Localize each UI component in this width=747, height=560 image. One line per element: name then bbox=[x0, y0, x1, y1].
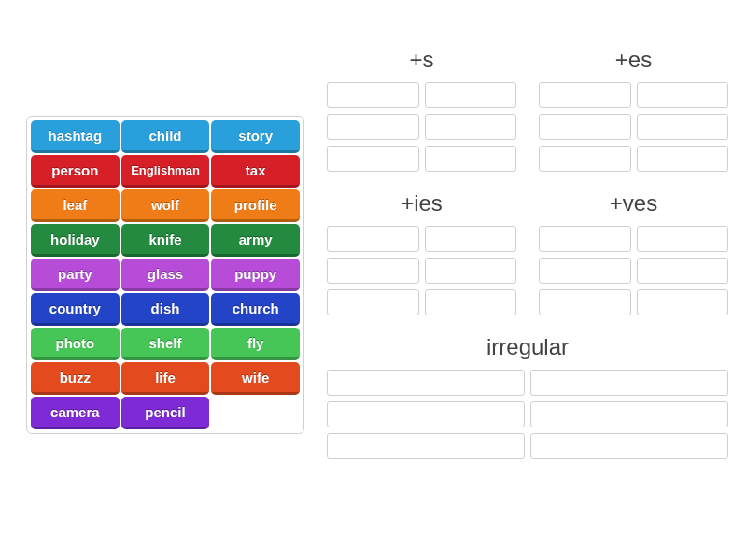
group-row-1: +s +es bbox=[327, 47, 728, 172]
drop-slot[interactable] bbox=[637, 146, 729, 172]
drop-slot[interactable] bbox=[327, 226, 419, 252]
drop-slot[interactable] bbox=[637, 258, 729, 284]
drop-slot[interactable] bbox=[637, 226, 729, 252]
group-title-ves: +ves bbox=[539, 190, 728, 217]
drop-slot[interactable] bbox=[539, 114, 631, 140]
drop-slot[interactable] bbox=[539, 226, 631, 252]
drop-slot[interactable] bbox=[425, 258, 517, 284]
word-tile[interactable]: hashtag bbox=[31, 120, 120, 153]
word-tile[interactable]: pencil bbox=[121, 397, 210, 429]
slot-grid-ves bbox=[539, 226, 728, 315]
drop-slot[interactable] bbox=[539, 146, 631, 172]
drop-slot[interactable] bbox=[327, 82, 419, 108]
word-tile[interactable]: wolf bbox=[121, 189, 210, 222]
word-tile[interactable]: church bbox=[211, 293, 300, 326]
group-row-2: +ies +ves bbox=[327, 190, 728, 315]
drop-slot[interactable] bbox=[327, 114, 419, 140]
word-tile[interactable]: person bbox=[31, 155, 120, 188]
word-tile[interactable]: shelf bbox=[121, 328, 210, 360]
drop-slot[interactable] bbox=[327, 401, 525, 427]
word-tile[interactable]: tax bbox=[211, 155, 300, 188]
word-tile[interactable]: puppy bbox=[211, 259, 300, 291]
drop-slot[interactable] bbox=[530, 401, 728, 427]
drop-slot[interactable] bbox=[637, 82, 729, 108]
group-title-s: +s bbox=[327, 47, 516, 73]
drop-slot[interactable] bbox=[425, 146, 517, 172]
group-ves[interactable]: +ves bbox=[539, 190, 728, 315]
group-row-3: irregular bbox=[327, 334, 728, 459]
group-s[interactable]: +s bbox=[327, 47, 516, 172]
slot-grid-irregular bbox=[327, 370, 728, 459]
word-tile[interactable]: knife bbox=[121, 224, 210, 257]
drop-slot[interactable] bbox=[530, 370, 728, 396]
drop-slot[interactable] bbox=[539, 289, 631, 315]
drop-slot[interactable] bbox=[539, 82, 631, 108]
group-title-es: +es bbox=[539, 47, 728, 73]
drop-slot[interactable] bbox=[530, 433, 728, 459]
word-tile[interactable]: profile bbox=[211, 189, 300, 222]
word-tile[interactable]: story bbox=[211, 120, 300, 153]
group-title-irregular: irregular bbox=[327, 334, 728, 360]
drop-slot[interactable] bbox=[327, 370, 525, 396]
word-tile[interactable]: photo bbox=[31, 328, 120, 360]
drop-slot[interactable] bbox=[327, 289, 419, 315]
activity-stage: hashtagchildstorypersonEnglishmantaxleaf… bbox=[0, 0, 747, 560]
drop-slot[interactable] bbox=[425, 226, 517, 252]
drop-slot[interactable] bbox=[637, 114, 729, 140]
word-tile[interactable]: party bbox=[31, 259, 120, 291]
drop-slot[interactable] bbox=[425, 289, 517, 315]
word-tile[interactable]: glass bbox=[121, 259, 210, 291]
drop-slot[interactable] bbox=[637, 289, 729, 315]
slot-grid-es bbox=[539, 82, 728, 172]
word-tile[interactable]: army bbox=[211, 224, 300, 257]
word-tile[interactable]: camera bbox=[31, 397, 120, 429]
word-tile[interactable]: Englishman bbox=[121, 155, 210, 188]
drop-slot[interactable] bbox=[425, 82, 517, 108]
group-es[interactable]: +es bbox=[539, 47, 728, 172]
slot-grid-s bbox=[327, 82, 516, 172]
word-tile[interactable]: holiday bbox=[31, 224, 120, 257]
drop-slot[interactable] bbox=[425, 114, 517, 140]
group-irregular[interactable]: irregular bbox=[327, 334, 728, 459]
drop-slot[interactable] bbox=[327, 433, 525, 459]
group-title-ies: +ies bbox=[327, 190, 516, 217]
drop-slot[interactable] bbox=[327, 258, 419, 284]
word-tile[interactable]: country bbox=[31, 293, 120, 326]
group-ies[interactable]: +ies bbox=[327, 190, 516, 315]
drop-slot[interactable] bbox=[327, 146, 419, 172]
word-tile[interactable]: fly bbox=[211, 328, 300, 360]
word-tile[interactable]: child bbox=[121, 120, 210, 153]
slot-grid-ies bbox=[327, 226, 516, 315]
drop-area: +s +es +ies +ves irregular bbox=[327, 47, 728, 478]
word-tile[interactable]: wife bbox=[211, 362, 300, 395]
word-tile[interactable]: buzz bbox=[31, 362, 120, 395]
word-bank: hashtagchildstorypersonEnglishmantaxleaf… bbox=[26, 116, 304, 434]
drop-slot[interactable] bbox=[539, 258, 631, 284]
word-tile[interactable]: life bbox=[121, 362, 210, 395]
word-tile[interactable]: leaf bbox=[31, 189, 120, 222]
word-tile[interactable]: dish bbox=[121, 293, 210, 326]
